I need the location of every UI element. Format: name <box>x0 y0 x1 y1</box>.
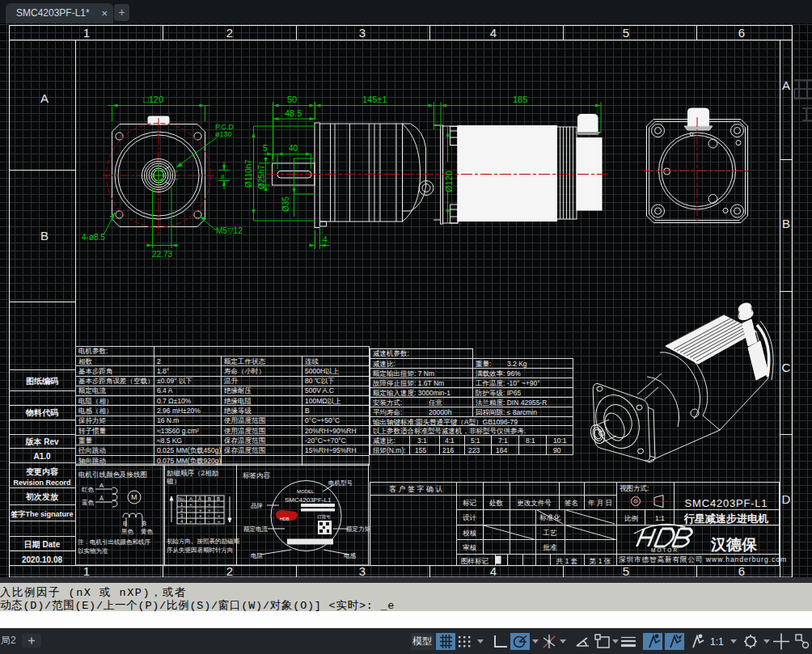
svg-text:8: 8 <box>221 173 225 180</box>
svg-text:安装方式:: 安装方式: <box>373 399 402 407</box>
svg-text:黑色: 黑色 <box>121 528 134 535</box>
svg-text:0°C~+50°C: 0°C~+50°C <box>305 416 340 424</box>
svg-text:6.4 A: 6.4 A <box>157 386 173 395</box>
svg-text:工艺: 工艺 <box>543 529 558 537</box>
svg-text:行星减速步进电机: 行星减速步进电机 <box>683 513 769 525</box>
svg-text:+: + <box>208 508 211 513</box>
svg-text:164: 164 <box>496 446 507 454</box>
svg-text:基本步距角: 基本步距角 <box>78 367 113 375</box>
svg-text:-: - <box>199 502 201 507</box>
svg-text:4: 4 <box>490 564 497 577</box>
svg-text:5: 5 <box>263 144 268 153</box>
svg-text:品牌: 品牌 <box>251 502 263 509</box>
svg-text:A: A <box>189 496 192 501</box>
svg-text:7:1: 7:1 <box>498 437 508 445</box>
svg-text:-: - <box>199 519 201 524</box>
svg-text:Ø35: Ø35 <box>281 196 290 212</box>
svg-text:M5▽12: M5▽12 <box>216 226 243 235</box>
svg-text:40: 40 <box>289 144 298 153</box>
svg-text:客 户 签 字 确 认: 客 户 签 字 确 认 <box>389 485 443 493</box>
svg-text:B: B <box>305 407 310 415</box>
svg-text:50: 50 <box>287 95 297 104</box>
svg-text:年 月 日: 年 月 日 <box>588 499 612 507</box>
svg-text:视图方式:: 视图方式: <box>620 484 649 492</box>
svg-text:温升: 温升 <box>223 377 239 385</box>
svg-text:0.7 Ω±10%: 0.7 Ω±10% <box>157 397 192 405</box>
svg-text:48.5: 48.5 <box>285 108 302 118</box>
svg-text:-: - <box>189 513 191 518</box>
svg-text:+: + <box>189 502 192 507</box>
svg-text:绝缘等级: 绝缘等级 <box>224 407 252 415</box>
svg-text:输出轴键标准:圆头普通平键（A型）GB1096-79: 输出轴键标准:圆头普通平键（A型）GB1096-79 <box>372 418 518 426</box>
svg-text:2.96 mH±20%: 2.96 mH±20% <box>157 407 201 415</box>
svg-text:额定输出扭矩: 7 Nm: 额定输出扭矩: 7 Nm <box>372 369 434 378</box>
svg-text:SMC4203PF-L1: SMC4203PF-L1 <box>685 497 768 509</box>
svg-text:图纸编码: 图纸编码 <box>26 377 58 386</box>
svg-text:轴向跳动: 轴向跳动 <box>78 457 106 465</box>
svg-text:共 1 套: 共 1 套 <box>556 557 578 565</box>
svg-text:基本步距角误差（空载）: 基本步距角误差（空载） <box>78 377 154 385</box>
svg-text:MODEL: MODEL <box>297 489 315 494</box>
svg-text:A: A <box>782 78 790 92</box>
svg-text:标签内容: 标签内容 <box>243 471 271 479</box>
svg-text:图样标记: 图样标记 <box>461 557 489 565</box>
svg-text:185: 185 <box>513 95 527 104</box>
svg-text:绝缘电阻: 绝缘电阻 <box>224 397 252 405</box>
svg-text:5: 5 <box>623 564 629 577</box>
svg-text:初次发放: 初次发放 <box>25 492 59 501</box>
svg-text:1.8°: 1.8° <box>157 367 169 375</box>
svg-text:1: 1 <box>83 564 90 577</box>
svg-text:重量:: 重量: <box>476 360 491 368</box>
svg-text:-: - <box>208 519 209 524</box>
svg-text:Ø120: Ø120 <box>444 171 454 192</box>
svg-text:绝缘耐压: 绝缘耐压 <box>224 386 252 395</box>
svg-text:电机型号: 电机型号 <box>328 479 353 487</box>
svg-text:B: B <box>208 496 211 501</box>
svg-text:22.73: 22.73 <box>152 250 172 259</box>
svg-text:+: + <box>218 513 221 518</box>
svg-text:蓝色: 蓝色 <box>82 499 95 506</box>
svg-text:1:1: 1:1 <box>710 636 724 648</box>
svg-text:批准: 批准 <box>543 543 558 551</box>
svg-text:磁）: 磁） <box>166 477 180 485</box>
svg-text:B: B <box>40 229 49 243</box>
svg-text:电机引线颜色及接线图: 电机引线颜色及接线图 <box>78 470 147 479</box>
svg-text:额定工作状态: 额定工作状态 <box>223 357 266 365</box>
svg-text:0.025 MM(负载450g): 0.025 MM(负载450g) <box>157 446 222 454</box>
svg-text:以上参数适合标准型号减速机，非标型号仅供参考.: 以上参数适合标准型号减速机，非标型号仅供参考. <box>373 427 526 435</box>
svg-text:216: 216 <box>442 446 454 454</box>
svg-text:扭矩(N.m):: 扭矩(N.m): <box>372 446 406 454</box>
svg-text:以实物为准: 以实物为准 <box>78 547 108 555</box>
svg-text:500V A.C: 500V A.C <box>305 386 334 395</box>
svg-text:-: - <box>218 508 219 513</box>
svg-text:90: 90 <box>553 446 561 454</box>
svg-text:防护等级: IP65: 防护等级: IP65 <box>476 389 521 397</box>
svg-text:寿命（小时）: 寿命（小时） <box>224 367 265 375</box>
svg-text:20%RH~90%RH: 20%RH~90%RH <box>305 427 357 435</box>
svg-text:深圳市德智高新有限公司 www.handerburg.com: 深圳市德智高新有限公司 www.handerburg.com <box>619 555 787 563</box>
svg-text:标记: 标记 <box>463 499 477 507</box>
svg-text:平均寿命:: 平均寿命: <box>373 408 402 416</box>
svg-text:+: + <box>199 508 202 513</box>
svg-text:4:1: 4:1 <box>445 437 455 445</box>
svg-text:A1.0: A1.0 <box>33 452 51 461</box>
svg-text:No.: No. <box>178 496 186 501</box>
svg-text:比例: 比例 <box>624 514 638 522</box>
svg-text:电阻: 电阻 <box>251 552 264 559</box>
svg-text:223: 223 <box>468 446 480 454</box>
svg-text:保持力矩: 保持力矩 <box>78 416 107 424</box>
svg-text:额定电流: 额定电流 <box>78 386 107 395</box>
svg-text:日期 Date: 日期 Date <box>24 540 61 549</box>
svg-text:版本 Rev: 版本 Rev <box>24 437 59 446</box>
svg-text:≈13560 g.cm²: ≈13560 g.cm² <box>157 427 199 435</box>
svg-text:3: 3 <box>359 564 366 577</box>
svg-text:Ā: Ā <box>198 496 201 501</box>
svg-text:SMC4203PF-L1: SMC4203PF-L1 <box>285 496 332 504</box>
svg-text:径向跳动: 径向跳动 <box>78 446 106 454</box>
svg-text:A: A <box>99 482 104 489</box>
svg-text:ø130: ø130 <box>215 130 232 138</box>
svg-text:红色: 红色 <box>81 486 95 493</box>
svg-text:额定电流: 额定电流 <box>243 525 269 533</box>
svg-text:10:1: 10:1 <box>553 437 567 445</box>
svg-text:+: + <box>218 519 221 524</box>
